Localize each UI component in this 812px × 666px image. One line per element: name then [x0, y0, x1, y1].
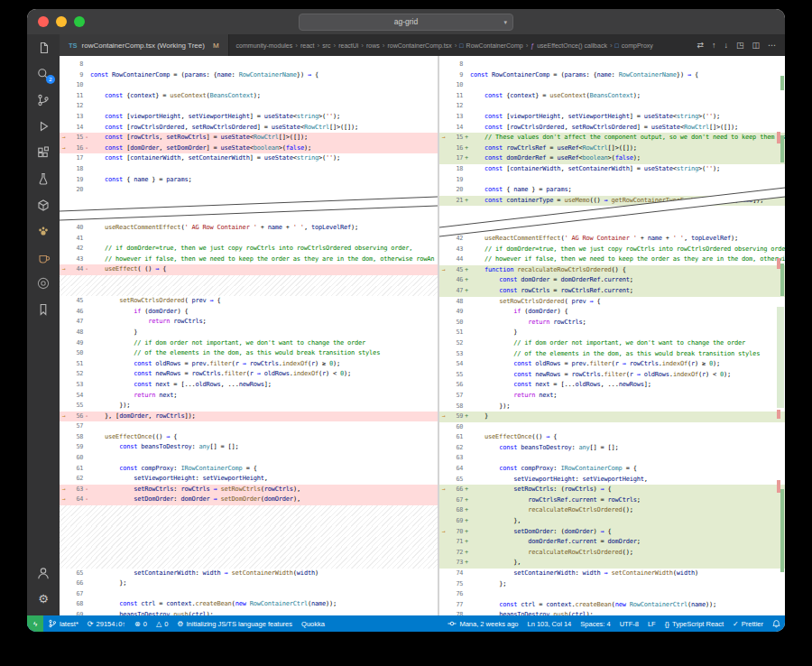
original-code-line-64[interactable]: →64- setDomOrder: domOrder ⇒ setDomOrder…: [60, 495, 438, 505]
original-code-line-45[interactable]: 45 setRowCtrlsOrdered( prev ⇒ {: [60, 296, 438, 307]
modified-code-line-48[interactable]: 48 setRowCtrlsOrdered( prev ⇒ {: [439, 297, 785, 308]
modified-code-line-55[interactable]: 55 const newRows = rowCtrls.filter(r ⇒ o…: [439, 370, 785, 381]
explorer-icon[interactable]: [27, 34, 60, 60]
modified-code-line-51[interactable]: 51 }: [439, 328, 785, 338]
modified-code-line-61[interactable]: 61 useEffectOnce(() ⇒ {: [439, 432, 785, 443]
modified-code-line-12[interactable]: 12: [439, 101, 785, 112]
prev-change-icon[interactable]: ↑: [712, 41, 716, 50]
modified-code-line-10[interactable]: 10: [439, 80, 785, 91]
original-code-line-52[interactable]: 52 const newRows = rowCtrls.filter(r ⇒ o…: [60, 369, 438, 380]
modified-code-line-67[interactable]: 67+ rowCtrlsRef.current = rowCtrls;: [439, 495, 785, 506]
minimize-window-button[interactable]: [56, 16, 67, 27]
modified-code-line-59[interactable]: →59+ }: [439, 412, 785, 422]
original-code-line-66[interactable]: 66 };: [60, 578, 438, 589]
modified-code-line-18[interactable]: 18 const [containerWidth, setContainerWi…: [439, 164, 785, 175]
breadcrumb-item[interactable]: src: [322, 42, 330, 49]
original-code-line-54[interactable]: 54 return next;: [60, 391, 438, 402]
modified-code-line-50[interactable]: 50 return rowCtrls;: [439, 318, 785, 328]
original-code-line-62[interactable]: 62 setViewportHeight: setViewportHeight,: [60, 474, 438, 485]
revert-arrow-icon[interactable]: →: [439, 412, 448, 422]
swap-icon[interactable]: ⇄: [697, 41, 704, 50]
modified-code-line-71[interactable]: 71+ domOrderRef.current = domOrder;: [439, 537, 785, 548]
revert-arrow-icon[interactable]: →: [60, 133, 68, 143]
original-code-line-44[interactable]: →44- useEffect( () ⇒ {: [60, 264, 438, 275]
breadcrumb-item[interactable]: reactUi: [338, 42, 358, 49]
modified-code-line-52[interactable]: 52 // if dom order not important, we don…: [439, 338, 785, 349]
bookmark-icon[interactable]: [27, 296, 60, 322]
statusbar-item-git-sync[interactable]: ⟳29154↓0↑: [83, 615, 130, 632]
modified-code-line-70[interactable]: →70+ setDomOrder: (domOrder) ⇒ {: [439, 527, 785, 538]
original-code-line-13[interactable]: 13 const [viewportHeight, setViewportHei…: [60, 112, 438, 123]
original-code-line-61[interactable]: 61 const compProxy: IRowContainerComp = …: [60, 464, 438, 475]
original-code-line-60[interactable]: 60: [60, 453, 438, 464]
modified-code-line-53[interactable]: 53 // of the elements in the dom, as thi…: [439, 349, 785, 360]
breadcrumb-item[interactable]: rows: [366, 42, 380, 49]
original-code-line-43[interactable]: 43 // however if false, then we need to …: [60, 254, 438, 265]
modified-code-line-45[interactable]: →45+ function recalculateRowCtrlsOrdered…: [439, 265, 785, 276]
next-change-icon[interactable]: ↓: [724, 41, 728, 50]
revert-arrow-icon[interactable]: →: [439, 265, 448, 276]
original-code-line-11[interactable]: 11 const {context} = useContext(BeansCon…: [60, 91, 438, 102]
original-code-line-55[interactable]: 55 });: [60, 401, 438, 412]
original-code-line-56[interactable]: →56- }, [domOrder, rowCtrls]);: [60, 412, 438, 422]
modified-code-line-76[interactable]: 76: [439, 589, 785, 600]
revert-arrow-icon[interactable]: →: [439, 485, 448, 495]
statusbar-item-language-status[interactable]: ⚙Initializing JS/TS language features: [172, 615, 297, 632]
tab-rowcontainercomp[interactable]: TS rowContainerComp.tsx (Working Tree) M: [60, 34, 229, 56]
paw-icon[interactable]: [27, 217, 60, 244]
revert-arrow-icon[interactable]: →: [439, 527, 448, 538]
statusbar-item-quokka[interactable]: Quokka: [297, 615, 329, 632]
command-center-search[interactable]: ag-grid ▾: [299, 14, 513, 31]
statusbar-item-gitlens-blame[interactable]: Mana, 2 weeks ago: [443, 615, 522, 632]
revert-arrow-icon[interactable]: →: [60, 412, 68, 422]
modified-code-line-77[interactable]: 77 const ctrl = context.createBean(new R…: [439, 600, 785, 611]
original-code-line-16[interactable]: →16- const [domOrder, setDomOrder] = use…: [60, 143, 438, 154]
breadcrumb-item[interactable]: compProxy: [622, 42, 653, 49]
modified-code-line-73[interactable]: 73+ },: [439, 558, 785, 569]
modified-code-line-49[interactable]: 49 if (domOrder) {: [439, 307, 785, 318]
modified-code-line-42[interactable]: 42 useReactCommentEffect(' AG Row Contai…: [439, 234, 785, 245]
statusbar-item-language-mode[interactable]: {}TypeScript React: [660, 615, 728, 632]
settings-icon[interactable]: ⚙: [27, 586, 60, 612]
original-code-line-40[interactable]: 40 useReactCommentEffect(' AG Row Contai…: [60, 223, 438, 234]
original-code-line-19[interactable]: 19 const { name } = params;: [60, 175, 438, 186]
revert-arrow-icon[interactable]: →: [60, 485, 68, 495]
split-editor-icon[interactable]: ◫: [752, 41, 760, 50]
run-debug-icon[interactable]: [27, 113, 60, 139]
statusbar-item-errors[interactable]: ⊗0: [130, 615, 152, 632]
modified-code-line-66[interactable]: →66+ setRowCtrls: (rowCtrls) ⇒ {: [439, 485, 785, 495]
modified-code-line-60[interactable]: 60: [439, 422, 785, 433]
modified-code-line-74[interactable]: 74 setContainerWidth: width ⇒ setContain…: [439, 569, 785, 579]
original-code-line-42[interactable]: 42 // if domOrder=true, then we just cop…: [60, 244, 438, 254]
statusbar-item-warnings[interactable]: △0: [152, 615, 172, 632]
original-code-line-15[interactable]: →15- const [rowCtrls, setRowCtrls] = use…: [60, 133, 438, 143]
revert-arrow-icon[interactable]: →: [60, 495, 68, 505]
original-code-line-9[interactable]: 9const RowContainerComp = (params: {name…: [60, 70, 438, 81]
original-code-line-58[interactable]: 58 useEffectOnce(() ⇒ {: [60, 432, 438, 443]
modified-code-line-58[interactable]: 58 });: [439, 402, 785, 412]
modified-code-line-16[interactable]: 16+ const rowCtrlsRef = useRef<RowCtrl[]…: [439, 143, 785, 154]
statusbar-item-notifications[interactable]: [768, 615, 785, 632]
modified-code-line-63[interactable]: 63: [439, 453, 785, 464]
modified-code-line-20[interactable]: 20 const { name } = params;: [439, 185, 785, 196]
modified-code-line-15[interactable]: →15+ // These values don't affect the co…: [439, 133, 785, 143]
original-code-line-59[interactable]: 59 const beansToDestroy: any[] = [];: [60, 442, 438, 453]
breadcrumb-item[interactable]: react: [300, 42, 315, 49]
zoom-window-button[interactable]: [74, 16, 85, 27]
more-actions-icon[interactable]: ⋯: [768, 41, 776, 50]
original-code-line-47[interactable]: 47 return rowCtrls;: [60, 317, 438, 328]
original-code-line-12[interactable]: 12: [60, 101, 438, 112]
modified-code-line-14[interactable]: 14 const [rowCtrlsOrdered, setRowCtrlsOr…: [439, 123, 785, 134]
statusbar-item-prettier[interactable]: ✓Prettier: [728, 615, 768, 632]
revert-arrow-icon[interactable]: →: [60, 143, 68, 154]
extensions-icon[interactable]: [27, 139, 60, 165]
modified-code-line-56[interactable]: 56 const next = [...oldRows, ...newRows]…: [439, 380, 785, 391]
breadcrumb-item[interactable]: RowContainerComp: [466, 42, 523, 49]
revert-arrow-icon[interactable]: →: [60, 264, 68, 275]
statusbar-item-indentation[interactable]: Spaces: 4: [576, 615, 614, 632]
modified-code-line-68[interactable]: 68+ recalculateRowCtrlsOrdered();: [439, 505, 785, 516]
beaker-icon[interactable]: [27, 165, 60, 191]
original-code-line-41[interactable]: 41: [60, 234, 438, 245]
cup-icon[interactable]: [27, 244, 60, 270]
search-icon[interactable]: 2: [27, 60, 60, 87]
